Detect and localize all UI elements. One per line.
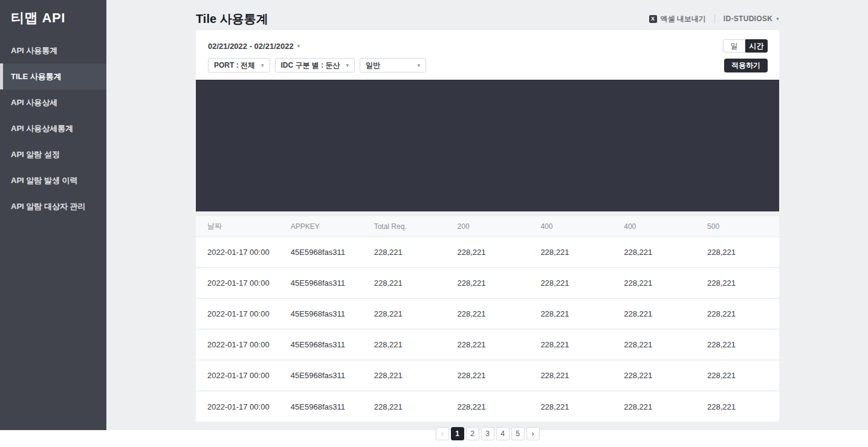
cell-200: 228,221 bbox=[446, 360, 530, 391]
table-row: 2022-01-17 00:00 45E5968fas311 228,221 2… bbox=[196, 298, 779, 329]
cell-400a: 228,221 bbox=[529, 391, 612, 422]
cell-400a: 228,221 bbox=[529, 360, 612, 391]
sidebar-item[interactable]: API 알람 설정 bbox=[0, 141, 106, 167]
cell-200: 228,221 bbox=[446, 391, 530, 422]
sidebar-item-label: API 사용상세 bbox=[11, 97, 57, 108]
sidebar-item[interactable]: API 사용통계 bbox=[0, 37, 106, 63]
pagination-page-button[interactable]: 2 bbox=[466, 427, 479, 440]
app-logo: 티맵 API bbox=[0, 0, 106, 37]
pagination-page-label: 4 bbox=[500, 429, 505, 438]
unit-day-button[interactable]: 일 bbox=[723, 39, 745, 53]
column-header-total-req: Total Req. bbox=[363, 216, 446, 237]
cell-400b: 228,221 bbox=[612, 391, 696, 422]
usage-table: 날짜 APPKEY Total Req. 200 400 400 500 202… bbox=[196, 216, 779, 422]
account-label: ID-STUDIOSK bbox=[724, 14, 772, 23]
cell-total-req: 228,221 bbox=[363, 360, 446, 391]
pagination-page-label: 5 bbox=[516, 429, 520, 438]
filter-pills: PORT : 전체 ▾ IDC 구분 별 : 둔산 ▾ 일반 ▾ bbox=[208, 58, 426, 72]
chevron-down-icon: ▾ bbox=[346, 63, 349, 68]
sidebar-item[interactable]: API 알람 대상자 관리 bbox=[0, 193, 106, 219]
cell-500: 228,221 bbox=[696, 391, 779, 422]
cell-400b: 228,221 bbox=[612, 268, 696, 298]
account-dropdown[interactable]: ID-STUDIOSK ▾ bbox=[724, 14, 779, 23]
table-row: 2022-01-17 00:00 45E5968fas311 228,221 2… bbox=[196, 391, 779, 422]
pagination-page-button[interactable]: 5 bbox=[511, 427, 525, 440]
port-filter-dropdown[interactable]: PORT : 전체 ▾ bbox=[208, 58, 270, 72]
usage-chart-panel bbox=[196, 80, 779, 211]
column-header-date: 날짜 bbox=[196, 216, 279, 237]
page-title: Tile 사용통계 bbox=[196, 11, 268, 27]
pagination-page-label: 2 bbox=[470, 429, 474, 438]
pagination-pages: 1 2 3 4 5 bbox=[451, 427, 525, 440]
pagination-next-button[interactable]: › bbox=[526, 427, 540, 440]
pagination-page-label: 1 bbox=[455, 429, 459, 438]
sidebar-item-label: TILE 사용통계 bbox=[11, 71, 62, 82]
header-actions: X 엑셀 내보내기 ID-STUDIOSK ▾ bbox=[649, 14, 779, 24]
cell-date: 2022-01-17 00:00 bbox=[196, 329, 279, 360]
filter-row-bottom: PORT : 전체 ▾ IDC 구분 별 : 둔산 ▾ 일반 ▾ 적용하기 bbox=[208, 58, 768, 72]
cell-date: 2022-01-17 00:00 bbox=[196, 391, 279, 422]
sidebar-item-label: API 사용통계 bbox=[11, 45, 57, 56]
chevron-down-icon: ▾ bbox=[297, 43, 300, 49]
sidebar-item[interactable]: API 사용상세통계 bbox=[0, 115, 106, 141]
chevron-left-icon: ‹ bbox=[441, 429, 444, 438]
idc-filter-value: IDC 구분 별 : 둔산 bbox=[281, 60, 340, 71]
cell-400b: 228,221 bbox=[612, 329, 696, 360]
sidebar-item-label: API 사용상세통계 bbox=[11, 123, 73, 134]
chevron-right-icon: › bbox=[532, 429, 534, 438]
category-filter-dropdown[interactable]: 일반 ▾ bbox=[360, 58, 426, 72]
excel-icon: X bbox=[649, 15, 657, 23]
sidebar-item[interactable]: API 사용상세 bbox=[0, 89, 106, 115]
pagination-page-button[interactable]: 4 bbox=[496, 427, 510, 440]
cell-200: 228,221 bbox=[446, 268, 530, 298]
cell-date: 2022-01-17 00:00 bbox=[196, 237, 279, 268]
cell-500: 228,221 bbox=[696, 268, 779, 298]
pagination-page-button[interactable]: 3 bbox=[481, 427, 494, 440]
chevron-down-icon: ▾ bbox=[261, 63, 264, 68]
date-range-value: 02/21/2022 - 02/21/2022 bbox=[208, 42, 294, 51]
usage-table-card: 날짜 APPKEY Total Req. 200 400 400 500 202… bbox=[196, 216, 779, 422]
cell-200: 228,221 bbox=[446, 298, 530, 329]
table-row: 2022-01-17 00:00 45E5968fas311 228,221 2… bbox=[196, 237, 779, 268]
cell-total-req: 228,221 bbox=[363, 391, 446, 422]
table-row: 2022-01-17 00:00 45E5968fas311 228,221 2… bbox=[196, 329, 779, 360]
app-container: 티맵 API API 사용통계 TILE 사용통계 API 사용상세 API 사… bbox=[0, 0, 868, 430]
cell-200: 228,221 bbox=[446, 329, 530, 360]
cell-400a: 228,221 bbox=[529, 237, 612, 268]
cell-400b: 228,221 bbox=[612, 298, 696, 329]
excel-export-button[interactable]: X 엑셀 내보내기 bbox=[649, 14, 706, 24]
column-header-appkey: APPKEY bbox=[279, 216, 363, 237]
cell-appkey: 45E5968fas311 bbox=[279, 329, 363, 360]
main-content: Tile 사용통계 X 엑셀 내보내기 ID-STUDIOSK ▾ 02/21/… bbox=[106, 0, 868, 430]
cell-total-req: 228,221 bbox=[363, 268, 446, 298]
date-range-picker[interactable]: 02/21/2022 - 02/21/2022 ▾ bbox=[208, 42, 300, 51]
column-header-400b: 400 bbox=[612, 216, 696, 237]
sidebar-item[interactable]: TILE 사용통계 bbox=[0, 63, 106, 89]
cell-200: 228,221 bbox=[446, 237, 530, 268]
chevron-down-icon: ▾ bbox=[418, 63, 421, 68]
pagination-prev-button[interactable]: ‹ bbox=[436, 427, 449, 440]
filter-row-top: 02/21/2022 - 02/21/2022 ▾ 일 시간 bbox=[208, 39, 768, 53]
pagination-page-button[interactable]: 1 bbox=[451, 427, 464, 440]
sidebar-item[interactable]: API 알람 발생 이력 bbox=[0, 167, 106, 193]
cell-appkey: 45E5968fas311 bbox=[279, 391, 363, 422]
sidebar: 티맵 API API 사용통계 TILE 사용통계 API 사용상세 API 사… bbox=[0, 0, 106, 430]
cell-500: 228,221 bbox=[696, 237, 779, 268]
cell-date: 2022-01-17 00:00 bbox=[196, 360, 279, 391]
usage-table-body: 2022-01-17 00:00 45E5968fas311 228,221 2… bbox=[196, 237, 779, 422]
unit-hour-button[interactable]: 시간 bbox=[745, 39, 768, 53]
cell-date: 2022-01-17 00:00 bbox=[196, 298, 279, 329]
cell-appkey: 45E5968fas311 bbox=[279, 268, 363, 298]
sidebar-item-label: API 알람 발생 이력 bbox=[11, 175, 78, 186]
apply-button[interactable]: 적용하기 bbox=[724, 59, 768, 72]
header-divider bbox=[714, 14, 715, 23]
sidebar-item-label: API 알람 설정 bbox=[11, 149, 60, 160]
table-row: 2022-01-17 00:00 45E5968fas311 228,221 2… bbox=[196, 360, 779, 391]
excel-export-label: 엑셀 내보내기 bbox=[661, 14, 706, 24]
unit-toggle: 일 시간 bbox=[723, 39, 768, 53]
idc-filter-dropdown[interactable]: IDC 구분 별 : 둔산 ▾ bbox=[275, 58, 355, 72]
cell-400a: 228,221 bbox=[529, 298, 612, 329]
cell-total-req: 228,221 bbox=[363, 237, 446, 268]
sidebar-item-label: API 알람 대상자 관리 bbox=[11, 201, 86, 212]
cell-400b: 228,221 bbox=[612, 237, 696, 268]
